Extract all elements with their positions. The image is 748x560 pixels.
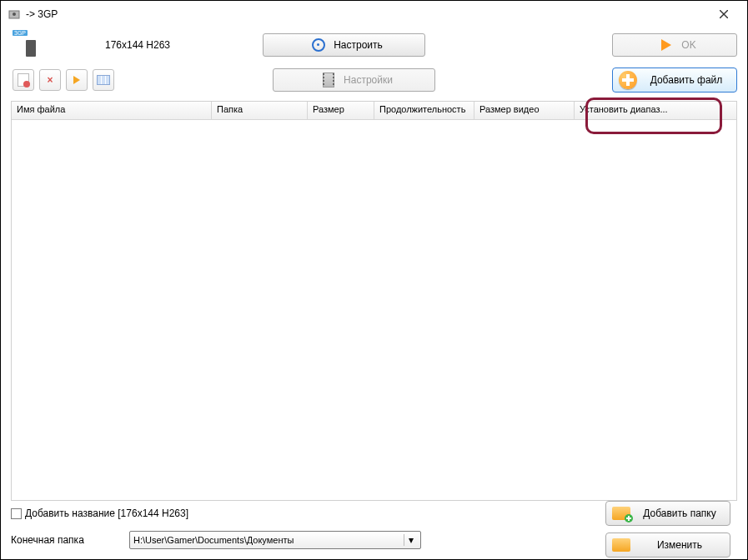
add-name-label: Добавить название [176x144 H263] bbox=[25, 508, 188, 519]
film-icon bbox=[319, 70, 339, 90]
titlebar: -> 3GP bbox=[1, 1, 747, 28]
configure-button[interactable]: Настроить bbox=[263, 33, 425, 57]
folder-icon bbox=[610, 535, 633, 555]
delete-button[interactable]: × bbox=[39, 69, 61, 91]
change-label: Изменить bbox=[636, 539, 730, 551]
table-body[interactable] bbox=[12, 120, 736, 500]
svg-point-1 bbox=[13, 12, 16, 16]
col-duration[interactable]: Продолжительность bbox=[374, 102, 474, 119]
add-file-label: Добавить файл bbox=[643, 74, 736, 86]
gear-icon bbox=[309, 35, 329, 55]
col-folder[interactable]: Папка bbox=[212, 102, 308, 119]
app-icon bbox=[8, 8, 21, 21]
remove-button[interactable] bbox=[13, 69, 34, 91]
file-table: Имя файла Папка Размер Продолжительность… bbox=[11, 101, 737, 501]
folder-plus-icon bbox=[610, 503, 633, 523]
ok-button[interactable]: OK bbox=[612, 33, 737, 57]
dest-folder-combo[interactable]: H:\User\Gamer\Documents\Документы ▾ bbox=[129, 531, 421, 549]
grid-icon bbox=[97, 75, 110, 85]
col-range[interactable]: Установить диапаз... bbox=[575, 102, 736, 119]
format-badge: 3GP bbox=[13, 30, 28, 36]
info-button[interactable] bbox=[93, 69, 114, 91]
change-button[interactable]: Изменить bbox=[605, 532, 730, 558]
format-icon: 3GP bbox=[14, 32, 41, 58]
ok-label: OK bbox=[681, 39, 695, 51]
table-header: Имя файла Папка Размер Продолжительность… bbox=[12, 102, 736, 120]
dest-folder-value: H:\User\Gamer\Documents\Документы bbox=[133, 535, 404, 545]
close-button[interactable] bbox=[707, 2, 740, 26]
col-size[interactable]: Размер bbox=[308, 102, 374, 119]
add-name-checkbox[interactable] bbox=[11, 508, 22, 519]
col-filename[interactable]: Имя файла bbox=[12, 102, 212, 119]
play-icon bbox=[73, 76, 80, 84]
settings-button[interactable]: Настройки bbox=[273, 68, 435, 92]
settings-label: Настройки bbox=[344, 74, 393, 86]
chevron-down-icon: ▾ bbox=[404, 534, 417, 546]
col-videosize[interactable]: Размер видео bbox=[474, 102, 575, 119]
play-button[interactable] bbox=[66, 69, 88, 91]
x-icon: × bbox=[47, 74, 53, 86]
add-folder-button[interactable]: Добавить папку bbox=[605, 501, 730, 526]
format-label: 176x144 H263 bbox=[54, 39, 221, 51]
window-title: -> 3GP bbox=[26, 8, 707, 20]
arrow-right-icon bbox=[656, 35, 676, 55]
plus-icon bbox=[616, 70, 640, 90]
dest-folder-label: Конечная папка bbox=[11, 534, 119, 546]
add-folder-label: Добавить папку bbox=[636, 508, 730, 519]
configure-label: Настроить bbox=[334, 39, 383, 51]
add-file-button[interactable]: Добавить файл bbox=[612, 68, 737, 92]
